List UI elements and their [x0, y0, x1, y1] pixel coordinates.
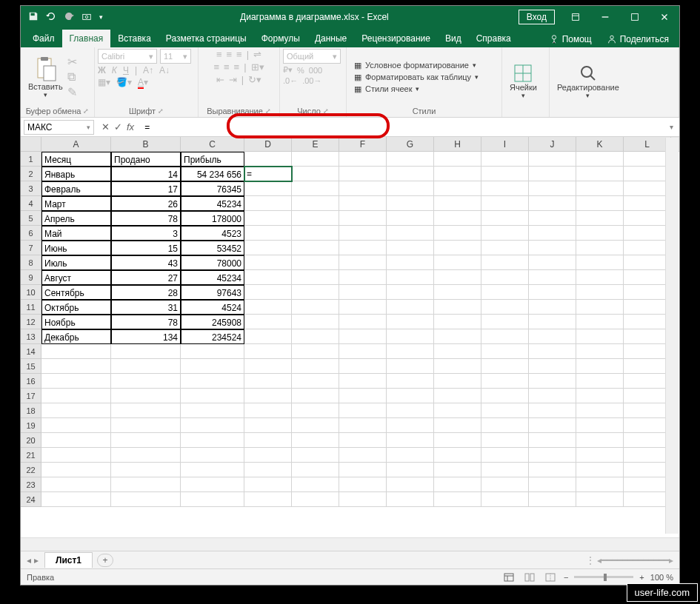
qat-dropdown-icon[interactable]: ▾: [99, 13, 103, 21]
cell[interactable]: Ноябрь: [41, 315, 111, 329]
cell[interactable]: [624, 181, 671, 196]
cell[interactable]: [339, 270, 387, 285]
page-layout-view-icon[interactable]: [522, 571, 537, 583]
fx-button[interactable]: fx: [127, 121, 134, 132]
cell[interactable]: [387, 196, 434, 211]
cell[interactable]: [339, 226, 387, 241]
sheet-nav-next[interactable]: ▸: [34, 555, 39, 566]
cell[interactable]: 245908: [181, 315, 244, 329]
cell[interactable]: [481, 463, 529, 477]
column-header[interactable]: D: [244, 137, 292, 151]
cell[interactable]: [624, 226, 671, 241]
cell[interactable]: [292, 492, 339, 507]
cell[interactable]: [41, 389, 111, 403]
cell[interactable]: [434, 477, 481, 492]
cell[interactable]: [292, 226, 339, 241]
row-header[interactable]: 19: [21, 418, 41, 433]
cell[interactable]: [339, 167, 387, 181]
cell[interactable]: [387, 241, 434, 255]
cell[interactable]: [292, 344, 339, 359]
cell[interactable]: [624, 344, 671, 359]
cell[interactable]: [529, 463, 576, 477]
cell[interactable]: [111, 359, 181, 374]
cell[interactable]: [481, 181, 529, 196]
cell[interactable]: 4523: [181, 226, 244, 241]
cell[interactable]: [481, 315, 529, 329]
cell[interactable]: 27: [111, 270, 181, 285]
cell[interactable]: [624, 433, 671, 448]
column-header[interactable]: B: [111, 137, 181, 151]
horizontal-scrollbar[interactable]: [21, 537, 679, 551]
row-header[interactable]: 5: [21, 211, 41, 226]
cell[interactable]: [434, 492, 481, 507]
ribbon-options-icon[interactable]: [561, 6, 590, 28]
cell[interactable]: [529, 315, 576, 329]
cell[interactable]: [292, 315, 339, 329]
column-header[interactable]: I: [481, 137, 529, 151]
cell[interactable]: [481, 389, 529, 403]
row-header[interactable]: 22: [21, 463, 41, 477]
cell[interactable]: [434, 403, 481, 418]
cell[interactable]: [529, 344, 576, 359]
cell[interactable]: [481, 152, 529, 167]
cell[interactable]: [434, 389, 481, 403]
cell[interactable]: [292, 181, 339, 196]
cell[interactable]: [244, 152, 292, 167]
cell[interactable]: 178000: [181, 211, 244, 226]
cell[interactable]: [481, 226, 529, 241]
cell[interactable]: [181, 359, 244, 374]
cell[interactable]: [576, 389, 624, 403]
cell[interactable]: 234524: [181, 329, 244, 344]
maximize-button[interactable]: [620, 6, 650, 28]
cell[interactable]: [181, 344, 244, 359]
cell[interactable]: 26: [111, 196, 181, 211]
cell[interactable]: [624, 359, 671, 374]
cell[interactable]: [529, 285, 576, 300]
row-header[interactable]: 3: [21, 181, 41, 196]
cell[interactable]: [624, 374, 671, 389]
cell[interactable]: [481, 374, 529, 389]
cell[interactable]: [244, 448, 292, 463]
cell[interactable]: [339, 241, 387, 255]
cell[interactable]: [481, 359, 529, 374]
cell[interactable]: [339, 403, 387, 418]
cell[interactable]: [387, 389, 434, 403]
cell[interactable]: [387, 492, 434, 507]
cell[interactable]: [339, 255, 387, 270]
cell[interactable]: [292, 329, 339, 344]
cell[interactable]: [111, 463, 181, 477]
cell[interactable]: [576, 374, 624, 389]
cell[interactable]: 3: [111, 226, 181, 241]
cell[interactable]: [624, 315, 671, 329]
cell[interactable]: [481, 196, 529, 211]
row-header[interactable]: 17: [21, 389, 41, 403]
cell[interactable]: [387, 152, 434, 167]
cell[interactable]: [339, 315, 387, 329]
cell[interactable]: [624, 418, 671, 433]
zoom-out-button[interactable]: −: [564, 573, 568, 582]
row-header[interactable]: 20: [21, 433, 41, 448]
cell[interactable]: [244, 492, 292, 507]
cell[interactable]: [339, 359, 387, 374]
row-header[interactable]: 8: [21, 255, 41, 270]
cell[interactable]: [529, 152, 576, 167]
format-table-button[interactable]: ▦Форматировать как таблицу▾: [354, 73, 479, 82]
cell[interactable]: [244, 255, 292, 270]
cell[interactable]: [181, 463, 244, 477]
cell[interactable]: [387, 315, 434, 329]
cell[interactable]: [434, 359, 481, 374]
cell[interactable]: [181, 418, 244, 433]
cell[interactable]: [339, 344, 387, 359]
cell[interactable]: [434, 344, 481, 359]
cell[interactable]: [292, 389, 339, 403]
cell[interactable]: [624, 448, 671, 463]
cell[interactable]: 53452: [181, 241, 244, 255]
sheet-tab[interactable]: Лист1: [44, 552, 93, 568]
cell[interactable]: [624, 463, 671, 477]
cell[interactable]: 134: [111, 329, 181, 344]
cell[interactable]: Июль: [41, 255, 111, 270]
row-header[interactable]: 16: [21, 374, 41, 389]
cell[interactable]: [576, 300, 624, 315]
cell[interactable]: [244, 477, 292, 492]
conditional-format-button[interactable]: ▦Условное форматирование▾: [354, 61, 479, 70]
